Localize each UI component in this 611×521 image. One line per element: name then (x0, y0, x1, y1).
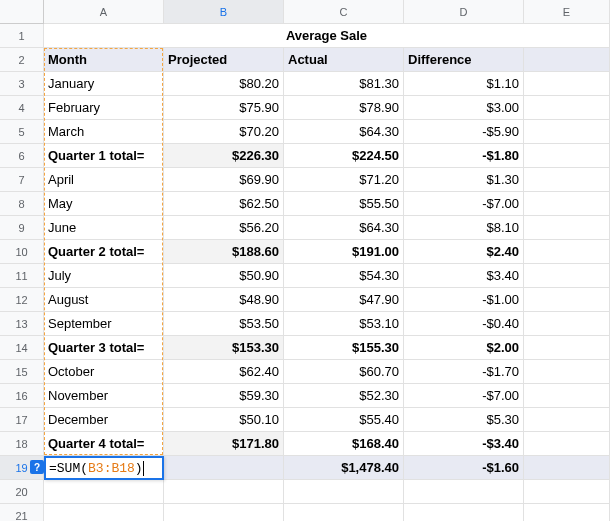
row-header-13[interactable]: 13 (0, 312, 44, 336)
row-header-1[interactable]: 1 (0, 24, 44, 48)
cell-empty[interactable] (44, 504, 164, 521)
cell-empty[interactable] (164, 480, 284, 504)
cell-projected[interactable]: $226.30 (164, 144, 284, 168)
row-header-6[interactable]: 6 (0, 144, 44, 168)
cell-difference[interactable]: $2.00 (404, 336, 524, 360)
cell-month[interactable]: December (44, 408, 164, 432)
cell-actual[interactable]: $47.90 (284, 288, 404, 312)
cell-actual[interactable]: $81.30 (284, 72, 404, 96)
cell-projected[interactable]: $53.50 (164, 312, 284, 336)
cell-month[interactable]: Quarter 1 total= (44, 144, 164, 168)
cell-difference[interactable]: $3.40 (404, 264, 524, 288)
cell-actual[interactable]: $191.00 (284, 240, 404, 264)
header-actual[interactable]: Actual (284, 48, 404, 72)
cell-projected[interactable]: $50.90 (164, 264, 284, 288)
row-header-4[interactable]: 4 (0, 96, 44, 120)
cell-projected[interactable]: $70.20 (164, 120, 284, 144)
header-difference[interactable]: Difference (404, 48, 524, 72)
cell-e[interactable] (524, 432, 610, 456)
row-header-16[interactable]: 16 (0, 384, 44, 408)
col-header-D[interactable]: D (404, 0, 524, 24)
cell-difference[interactable]: -$7.00 (404, 384, 524, 408)
header-projected[interactable]: Projected (164, 48, 284, 72)
cell-e[interactable] (524, 336, 610, 360)
cell-month[interactable]: May (44, 192, 164, 216)
cell-actual[interactable]: $60.70 (284, 360, 404, 384)
cell-month[interactable]: April (44, 168, 164, 192)
corner-select-all[interactable] (0, 0, 44, 24)
row-header-21[interactable]: 21 (0, 504, 44, 521)
cell-e[interactable] (524, 72, 610, 96)
cell-projected[interactable]: $80.20 (164, 72, 284, 96)
row-header-9[interactable]: 9 (0, 216, 44, 240)
cell-projected[interactable]: $153.30 (164, 336, 284, 360)
cell-projected[interactable]: $69.90 (164, 168, 284, 192)
cell-e[interactable] (524, 144, 610, 168)
col-header-E[interactable]: E (524, 0, 610, 24)
cell-e[interactable] (524, 312, 610, 336)
cell-empty[interactable] (524, 504, 610, 521)
title-cell[interactable]: Average Sale (44, 24, 610, 48)
header-month[interactable]: Month (44, 48, 164, 72)
cell-actual[interactable]: $224.50 (284, 144, 404, 168)
cell-month[interactable]: Quarter 4 total= (44, 432, 164, 456)
cell-month[interactable]: January (44, 72, 164, 96)
cell-difference[interactable]: -$1.80 (404, 144, 524, 168)
row-header-10[interactable]: 10 (0, 240, 44, 264)
cell-actual[interactable]: $53.10 (284, 312, 404, 336)
cell-difference[interactable]: -$5.90 (404, 120, 524, 144)
cell-total-diff[interactable]: -$1.60 (404, 456, 524, 480)
cell-actual[interactable]: $52.30 (284, 384, 404, 408)
cell-month[interactable]: Quarter 2 total= (44, 240, 164, 264)
cell-difference[interactable]: -$0.40 (404, 312, 524, 336)
row-header-12[interactable]: 12 (0, 288, 44, 312)
cell-month[interactable]: March (44, 120, 164, 144)
cell-e[interactable] (524, 384, 610, 408)
cell-e[interactable] (524, 96, 610, 120)
cell-actual[interactable]: $168.40 (284, 432, 404, 456)
cell-projected[interactable]: $62.50 (164, 192, 284, 216)
cell-empty[interactable] (44, 480, 164, 504)
cell-e2[interactable] (524, 48, 610, 72)
cell-difference[interactable]: -$1.00 (404, 288, 524, 312)
cell-actual[interactable]: $55.40 (284, 408, 404, 432)
cell-e19[interactable] (524, 456, 610, 480)
cell-month[interactable]: August (44, 288, 164, 312)
cell-e[interactable] (524, 264, 610, 288)
cell-projected[interactable]: $50.10 (164, 408, 284, 432)
cell-difference[interactable]: $1.10 (404, 72, 524, 96)
cell-empty[interactable] (404, 504, 524, 521)
spreadsheet-grid[interactable]: ABCDE1Average Sale2MonthProjectedActualD… (0, 0, 611, 521)
cell-empty[interactable] (524, 480, 610, 504)
cell-projected[interactable]: $59.30 (164, 384, 284, 408)
cell-e[interactable] (524, 360, 610, 384)
cell-projected[interactable]: $48.90 (164, 288, 284, 312)
col-header-A[interactable]: A (44, 0, 164, 24)
cell-e[interactable] (524, 216, 610, 240)
cell-e[interactable] (524, 288, 610, 312)
cell-difference[interactable]: $5.30 (404, 408, 524, 432)
formula-help-icon[interactable]: ? (30, 460, 44, 474)
cell-projected[interactable]: $62.40 (164, 360, 284, 384)
cell-projected[interactable]: $75.90 (164, 96, 284, 120)
cell-difference[interactable]: -$3.40 (404, 432, 524, 456)
cell-empty[interactable] (404, 480, 524, 504)
cell-empty[interactable] (284, 504, 404, 521)
cell-b19-under[interactable] (164, 456, 284, 480)
cell-difference[interactable]: -$7.00 (404, 192, 524, 216)
row-header-3[interactable]: 3 (0, 72, 44, 96)
cell-actual[interactable]: $64.30 (284, 216, 404, 240)
cell-month[interactable]: November (44, 384, 164, 408)
cell-actual[interactable]: $54.30 (284, 264, 404, 288)
cell-e[interactable] (524, 240, 610, 264)
cell-actual[interactable]: $78.90 (284, 96, 404, 120)
cell-month[interactable]: June (44, 216, 164, 240)
row-header-5[interactable]: 5 (0, 120, 44, 144)
cell-difference[interactable]: -$1.70 (404, 360, 524, 384)
cell-projected[interactable]: $188.60 (164, 240, 284, 264)
active-formula-cell[interactable]: ?=SUM(B3:B18) (44, 456, 164, 480)
col-header-C[interactable]: C (284, 0, 404, 24)
row-header-20[interactable]: 20 (0, 480, 44, 504)
cell-month[interactable]: October (44, 360, 164, 384)
row-header-18[interactable]: 18 (0, 432, 44, 456)
